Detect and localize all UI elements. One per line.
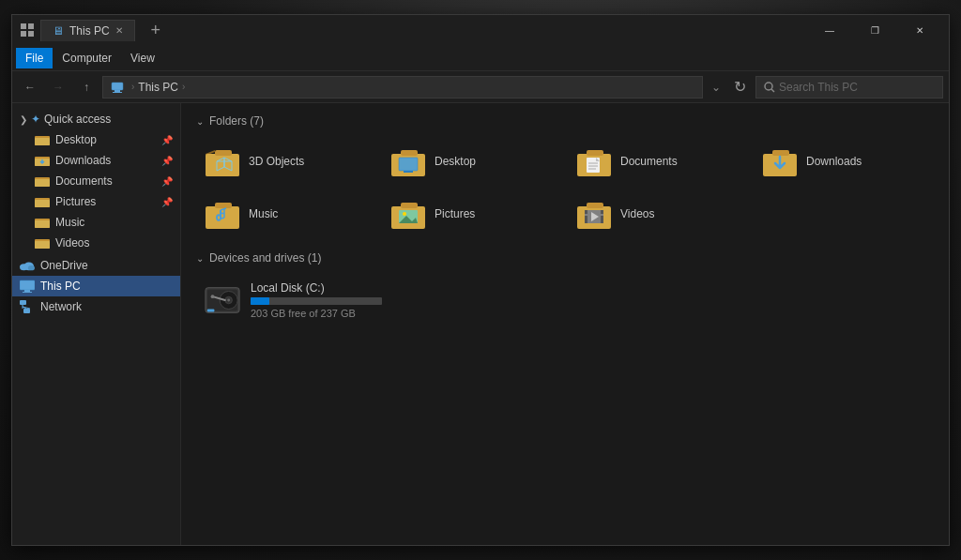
svg-rect-16 bbox=[35, 200, 50, 207]
folder-pictures-icon bbox=[389, 197, 427, 231]
dropdown-btn[interactable]: ⌄ bbox=[707, 78, 725, 97]
sidebar-item-documents[interactable]: Documents 📌 bbox=[12, 171, 180, 191]
up-button[interactable]: ↑ bbox=[74, 75, 99, 99]
menu-computer[interactable]: Computer bbox=[53, 48, 121, 68]
folder-pictures-name: Pictures bbox=[435, 207, 475, 220]
folder-videos-name: Videos bbox=[620, 207, 654, 220]
address-bar-controls: ⌄ ↻ bbox=[707, 75, 752, 99]
search-box[interactable]: Search This PC bbox=[755, 76, 943, 98]
folder-downloads-icon bbox=[761, 144, 799, 178]
folder-desktop[interactable]: Desktop bbox=[382, 139, 560, 184]
file-area: ⌄ Folders (7) bbox=[181, 103, 949, 545]
sidebar-item-downloads[interactable]: Downloads 📌 bbox=[12, 150, 180, 171]
folder-documents-icon bbox=[575, 144, 613, 178]
address-bar: ← → ↑ › This PC › ⌄ ↻ Search This PC bbox=[12, 71, 949, 103]
svg-rect-26 bbox=[23, 292, 32, 293]
folders-section-header[interactable]: ⌄ Folders (7) bbox=[196, 114, 934, 128]
folder-videos-icon bbox=[575, 197, 613, 231]
svg-rect-3 bbox=[28, 31, 34, 37]
sidebar-item-videos[interactable]: Videos bbox=[12, 233, 180, 253]
svg-point-60 bbox=[403, 212, 406, 216]
music-folder-icon bbox=[35, 215, 50, 230]
svg-rect-24 bbox=[20, 280, 35, 290]
svg-rect-25 bbox=[24, 290, 30, 292]
menu-view[interactable]: View bbox=[121, 48, 164, 68]
folder-downloads-name: Downloads bbox=[806, 155, 862, 168]
address-path[interactable]: › This PC › bbox=[102, 76, 703, 98]
svg-point-76 bbox=[227, 299, 230, 302]
svg-point-78 bbox=[211, 295, 215, 298]
drives-section-header[interactable]: ⌄ Devices and drives (1) bbox=[196, 251, 934, 265]
sidebar-item-pictures[interactable]: Pictures 📌 bbox=[12, 191, 180, 212]
maximize-button[interactable]: ❐ bbox=[853, 15, 896, 45]
menu-file[interactable]: File bbox=[16, 48, 53, 68]
drives-label: Devices and drives (1) bbox=[209, 251, 321, 265]
drive-c[interactable]: Local Disk (C:) 203 GB free of 237 GB bbox=[196, 276, 403, 325]
svg-rect-66 bbox=[585, 216, 587, 219]
videos-folder-icon bbox=[35, 235, 50, 250]
folder-documents-name: Documents bbox=[620, 155, 678, 168]
quick-access-label: Quick access bbox=[44, 113, 111, 126]
active-tab[interactable]: 🖥 This PC ✕ bbox=[40, 20, 135, 41]
path-chevron-2: › bbox=[182, 82, 185, 92]
svg-rect-5 bbox=[114, 90, 120, 92]
title-bar-left: 🖥 This PC ✕ + bbox=[20, 19, 808, 41]
drive-c-bar-fill bbox=[251, 297, 269, 305]
svg-rect-14 bbox=[35, 179, 50, 187]
close-button[interactable]: ✕ bbox=[898, 15, 941, 45]
pictures-pin-icon: 📌 bbox=[161, 197, 173, 207]
drives-grid: Local Disk (C:) 203 GB free of 237 GB bbox=[196, 276, 934, 325]
forward-button[interactable]: → bbox=[46, 75, 70, 99]
sidebar-item-this-pc[interactable]: This PC bbox=[12, 276, 180, 296]
svg-rect-68 bbox=[601, 210, 603, 214]
refresh-button[interactable]: ↻ bbox=[727, 75, 752, 99]
quick-access-star-icon: ✦ bbox=[31, 113, 40, 126]
window-icon bbox=[20, 23, 35, 38]
folder-downloads[interactable]: Downloads bbox=[754, 139, 932, 184]
folder-pictures[interactable]: Pictures bbox=[382, 191, 560, 236]
path-this-pc: This PC bbox=[138, 81, 178, 94]
drives-chevron: ⌄ bbox=[196, 253, 204, 264]
svg-point-23 bbox=[28, 265, 35, 270]
sidebar-item-onedrive[interactable]: OneDrive bbox=[12, 255, 180, 276]
folder-music[interactable]: Music bbox=[196, 191, 374, 236]
svg-rect-35 bbox=[215, 150, 232, 156]
drive-c-icon bbox=[204, 283, 241, 317]
folder-grid: 3D Objects Desktop bbox=[196, 139, 934, 236]
search-placeholder: Search This PC bbox=[779, 81, 858, 94]
documents-folder-icon bbox=[35, 174, 50, 189]
svg-rect-55 bbox=[215, 203, 232, 208]
svg-rect-40 bbox=[401, 150, 418, 156]
folders-chevron: ⌄ bbox=[196, 116, 204, 127]
folder-videos[interactable]: Videos bbox=[568, 191, 746, 236]
sidebar-item-music[interactable]: Music bbox=[12, 212, 180, 233]
drive-c-size: 203 GB free of 237 GB bbox=[251, 308, 395, 319]
desktop-pin-icon: 📌 bbox=[161, 135, 173, 145]
svg-rect-53 bbox=[772, 150, 789, 156]
back-button[interactable]: ← bbox=[18, 75, 42, 99]
sidebar-item-network[interactable]: Network bbox=[12, 296, 180, 317]
onedrive-icon bbox=[20, 258, 35, 273]
documents-pin-icon: 📌 bbox=[161, 176, 173, 187]
path-pc-icon bbox=[111, 81, 124, 94]
svg-rect-58 bbox=[401, 203, 418, 208]
tab-pc-icon: 🖥 bbox=[53, 24, 64, 38]
svg-rect-41 bbox=[399, 158, 418, 171]
minimize-button[interactable]: — bbox=[808, 15, 851, 45]
onedrive-label: OneDrive bbox=[40, 259, 88, 272]
folder-desktop-icon bbox=[389, 144, 427, 178]
svg-rect-6 bbox=[113, 92, 122, 93]
svg-rect-27 bbox=[20, 300, 26, 305]
quick-access-header[interactable]: ❯ ✦ Quick access bbox=[12, 107, 180, 129]
new-tab-button[interactable]: + bbox=[145, 19, 167, 41]
folder-3d-objects-icon bbox=[204, 144, 241, 178]
downloads-pin-icon: 📌 bbox=[161, 156, 173, 166]
svg-rect-0 bbox=[21, 23, 26, 29]
folder-3d-objects[interactable]: 3D Objects bbox=[196, 139, 374, 184]
folder-documents[interactable]: Documents bbox=[568, 139, 746, 184]
desktop-label: Desktop bbox=[55, 133, 97, 146]
tab-close-btn[interactable]: ✕ bbox=[115, 25, 123, 36]
folder-music-name: Music bbox=[249, 207, 278, 220]
network-icon bbox=[20, 299, 35, 314]
sidebar-item-desktop[interactable]: Desktop 📌 bbox=[12, 129, 180, 150]
